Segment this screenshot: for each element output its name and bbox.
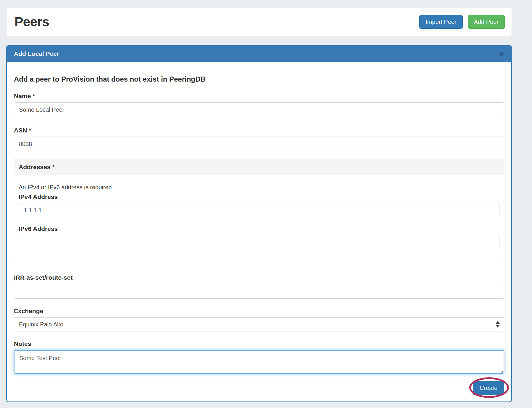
chevron-down-icon — [496, 325, 500, 328]
exchange-field-group: Exchange Equinix Palo Alto — [14, 307, 504, 331]
modal-lead-text: Add a peer to ProVision that does not ex… — [14, 75, 504, 83]
addresses-hint: An IPv4 or IPv6 address is required — [19, 184, 499, 191]
ipv4-label: IPv4 Address — [19, 193, 499, 200]
ipv6-input[interactable] — [19, 235, 499, 249]
exchange-select[interactable]: Equinix Palo Alto — [14, 317, 504, 331]
name-input[interactable] — [14, 102, 504, 117]
create-button[interactable]: Create — [473, 381, 504, 395]
page-header-card: Peers Import Peer Add Peer — [6, 8, 512, 36]
page-title: Peers — [14, 14, 49, 29]
addresses-panel-heading: Addresses * — [14, 159, 504, 175]
chevron-up-icon — [496, 321, 500, 324]
add-local-peer-modal: Add Local Peer × Add a peer to ProVision… — [6, 45, 512, 402]
add-peer-button[interactable]: Add Peer — [468, 15, 505, 29]
modal-header: Add Local Peer × — [7, 46, 511, 62]
notes-label: Notes — [14, 340, 504, 347]
irr-field-group: IRR as-set/route-set — [14, 274, 504, 299]
modal-title: Add Local Peer — [14, 50, 59, 57]
ipv4-input[interactable] — [19, 203, 499, 217]
select-spinner-icon — [496, 321, 500, 328]
name-field-group: Name * — [14, 93, 504, 117]
asn-input[interactable] — [14, 137, 504, 151]
ipv6-field-group: IPv6 Address — [19, 225, 499, 249]
modal-body: Add a peer to ProVision that does not ex… — [7, 75, 511, 395]
addresses-panel: Addresses * An IPv4 or IPv6 address is r… — [14, 159, 504, 263]
addresses-panel-body: An IPv4 or IPv6 address is required IPv4… — [14, 175, 504, 263]
irr-input[interactable] — [14, 284, 504, 299]
asn-field-group: ASN * — [14, 127, 504, 151]
ipv4-field-group: IPv4 Address — [19, 193, 499, 217]
name-label: Name * — [14, 93, 504, 100]
import-peer-button[interactable]: Import Peer — [419, 15, 462, 29]
notes-textarea[interactable]: Some Test Peer — [14, 350, 504, 374]
exchange-selected-value: Equinix Palo Alto — [19, 321, 496, 328]
asn-label: ASN * — [14, 127, 504, 134]
close-icon[interactable]: × — [499, 49, 504, 58]
irr-label: IRR as-set/route-set — [14, 274, 504, 281]
create-button-row: Create — [14, 381, 504, 395]
notes-field-group: Notes Some Test Peer — [14, 340, 504, 374]
page-header-actions: Import Peer Add Peer — [419, 15, 505, 29]
ipv6-label: IPv6 Address — [19, 225, 499, 232]
exchange-label: Exchange — [14, 307, 504, 315]
